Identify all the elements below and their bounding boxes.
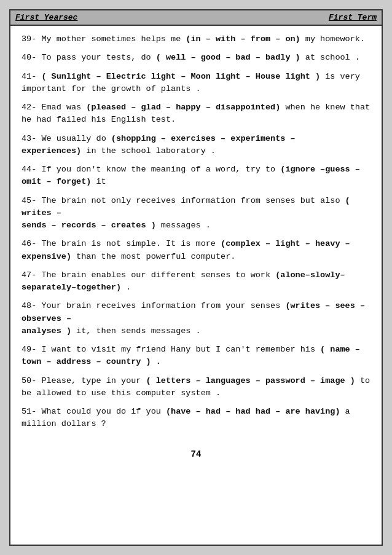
- question-51: 51- What could you do if you (have – had…: [22, 406, 370, 431]
- question-50: 50- Please, type in your ( letters – lan…: [22, 375, 370, 400]
- q44-text-before: If you don't know the meaning of a word,…: [36, 165, 280, 174]
- q46-text-after: than the most powerful computer.: [71, 252, 235, 261]
- q41-bold: ( Sunlight – Electric light – Moon light…: [41, 72, 320, 81]
- q46-text-before: The brain is not simple. It is more: [36, 239, 221, 248]
- q42-bold: (pleased – glad – happy – disappointed): [86, 103, 280, 112]
- q47-number: 47-: [22, 270, 36, 280]
- question-41: 41- ( Sunlight – Electric light – Moon l…: [22, 71, 370, 96]
- q39-bold: (in – with – from – on): [186, 34, 300, 44]
- q39-number: 39-: [22, 34, 36, 44]
- q45-number: 45-: [22, 196, 36, 205]
- question-40: 40- To pass your tests, do ( well – good…: [22, 52, 370, 64]
- q51-number: 51-: [22, 407, 36, 416]
- question-39: 39- My mother sometimes helps me (in – w…: [22, 33, 370, 45]
- q51-text-before: What could you do if you: [36, 407, 166, 416]
- question-42: 42- Emad was (pleased – glad – happy – d…: [22, 101, 370, 127]
- q42-text-before: Emad was: [36, 103, 86, 112]
- header-left: First Yearsec: [15, 13, 77, 22]
- question-43: 43- We usually do (shopping – exercises …: [22, 133, 370, 158]
- question-47: 47- The brain enables our different sens…: [22, 269, 370, 294]
- q44-number: 44-: [22, 165, 36, 174]
- q48-text-before: Your brain receives information from you…: [36, 301, 285, 310]
- content-area: 39- My mother sometimes helps me (in – w…: [10, 26, 382, 444]
- page-number: 74: [191, 449, 202, 459]
- q43-text-before: We usually do: [36, 134, 111, 143]
- q48-text-after: it, then sends messages .: [71, 326, 201, 336]
- q42-number: 42-: [22, 103, 36, 112]
- question-44: 44- If you don't know the meaning of a w…: [22, 163, 370, 189]
- header-right: First Term: [329, 13, 377, 22]
- page-header: First Yearsec First Term: [10, 10, 382, 26]
- page-footer: 74: [10, 444, 382, 465]
- q49-number: 49-: [22, 345, 36, 354]
- q44-text-after: it: [91, 177, 106, 186]
- page: First Yearsec First Term 39- My mother s…: [9, 9, 383, 546]
- q48-number: 48-: [22, 301, 36, 310]
- question-46: 46- The brain is not simple. It is more …: [22, 238, 370, 263]
- q40-text-after: at school .: [300, 53, 360, 62]
- q40-number: 40-: [22, 53, 36, 62]
- question-48: 48- Your brain receives information from…: [22, 300, 370, 337]
- q40-text-before: To pass your tests, do: [36, 53, 155, 62]
- q47-text-after: .: [121, 283, 131, 292]
- q46-number: 46-: [22, 239, 36, 248]
- q50-text-before: Please, type in your: [36, 376, 146, 385]
- q43-text-after: in the school laboratory .: [81, 146, 216, 155]
- question-49: 49- I want to visit my friend Hany but I…: [22, 344, 370, 369]
- q49-text-before: I want to visit my friend Hany but I can…: [36, 345, 320, 354]
- q39-text-before: My mother sometimes helps me: [36, 34, 186, 44]
- q45-text-before: The brain not only receives information …: [36, 196, 345, 205]
- q51-bold: (have – had – had had – are having): [166, 407, 340, 416]
- q50-number: 50-: [22, 376, 36, 385]
- q47-text-before: The brain enables our different senses t…: [36, 270, 275, 280]
- q50-bold: ( letters – languages – password – image…: [146, 376, 355, 385]
- q40-bold: ( well – good – bad – badly ): [156, 53, 300, 62]
- question-45: 45- The brain not only receives informat…: [22, 195, 370, 232]
- q41-number: 41-: [22, 72, 36, 81]
- q45-text-after: messages .: [156, 221, 211, 230]
- q39-text-after: my homework.: [300, 34, 365, 44]
- q43-number: 43-: [22, 134, 36, 143]
